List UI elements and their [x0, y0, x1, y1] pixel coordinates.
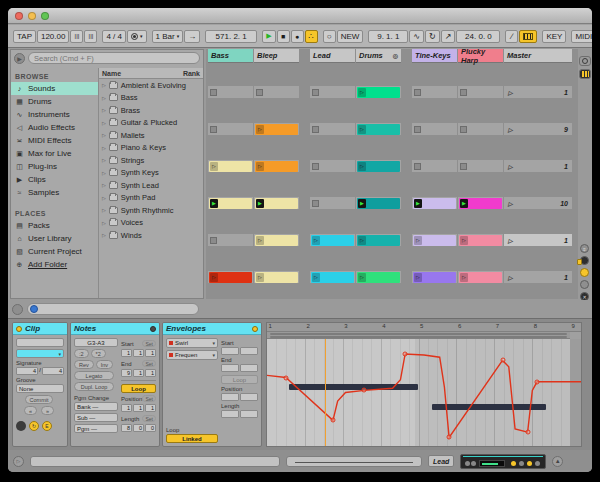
breakpoint-icon[interactable]: [330, 418, 335, 423]
env-start-field-1[interactable]: [221, 347, 239, 355]
sidebar-item-user-library[interactable]: ⌂User Library: [11, 232, 98, 245]
envelope-box-toggle[interactable]: E: [42, 421, 52, 431]
clip-slot[interactable]: ▷: [412, 271, 457, 283]
set-start-button[interactable]: Set: [142, 340, 156, 347]
clip-slot[interactable]: ▶: [254, 197, 299, 209]
rank-column-header[interactable]: Rank: [183, 70, 200, 77]
clip-slot[interactable]: [208, 86, 253, 98]
scene-slot[interactable]: ▷1: [504, 160, 572, 172]
loop-switch[interactable]: Loop: [121, 384, 156, 393]
sidebar-item-audio-effects[interactable]: ◁Audio Effects: [11, 121, 98, 134]
bank-select[interactable]: Bank —: [74, 402, 118, 411]
sidebar-item-plug-ins[interactable]: ◫Plug-ins: [11, 160, 98, 173]
clip-slot[interactable]: [310, 197, 355, 209]
playhead-follow-icon[interactable]: ▷: [13, 456, 24, 467]
clip-overview-bar[interactable]: [30, 456, 280, 467]
launch-box-toggle[interactable]: [16, 421, 26, 431]
env-start-field-2[interactable]: [240, 347, 258, 355]
position-bar-field[interactable]: 1: [121, 404, 132, 412]
clip-slot[interactable]: [310, 123, 355, 135]
sidebar-item-packs[interactable]: ▤Packs: [11, 219, 98, 232]
loop-button[interactable]: ↻: [425, 30, 440, 43]
env-length-field-2[interactable]: [240, 410, 258, 418]
track-header-master[interactable]: Master: [504, 49, 572, 63]
clip-slot[interactable]: ▶: [208, 197, 253, 209]
clip-slot[interactable]: ▷: [310, 234, 355, 246]
computer-midi-keyboard-button[interactable]: [519, 30, 537, 43]
selected-track-chip[interactable]: Lead: [428, 455, 454, 467]
punch-in-button[interactable]: ∿: [409, 30, 424, 43]
show-returns-toggle[interactable]: [580, 268, 589, 277]
sidebar-item-instruments[interactable]: ∿Instruments: [11, 108, 98, 121]
clip-slot[interactable]: ▷: [254, 123, 299, 135]
clip-slot[interactable]: ▷: [356, 86, 401, 98]
folder-row-bass[interactable]: ▷Bass: [99, 92, 203, 105]
start-beat-field[interactable]: 1: [133, 349, 144, 357]
envelopes-fold-icon[interactable]: [252, 326, 258, 332]
start-bar-field[interactable]: 1: [121, 349, 132, 357]
clip-slot[interactable]: [254, 86, 299, 98]
envelope-device-chooser[interactable]: Swirl▾: [166, 338, 218, 348]
arrangement-view-selector-button[interactable]: [579, 69, 591, 79]
clip-slot[interactable]: [310, 86, 355, 98]
folder-row-winds[interactable]: ▷Winds: [99, 229, 203, 242]
sidebar-item-sounds[interactable]: ♪Sounds: [11, 82, 98, 95]
breakpoint-icon[interactable]: [362, 388, 367, 393]
folder-row-synth-keys[interactable]: ▷Synth Keys: [99, 167, 203, 180]
envelope-param-chooser[interactable]: Frequen▾: [166, 350, 218, 360]
end-sub-field[interactable]: 1: [145, 369, 156, 377]
folder-row-strings[interactable]: ▷Strings: [99, 154, 203, 167]
device-chain-mini[interactable]: [460, 454, 546, 469]
sidebar-item-max-for-live[interactable]: ▣Max for Live: [11, 147, 98, 160]
invert-button[interactable]: Inv: [96, 360, 113, 369]
clip-slot[interactable]: ▶: [458, 197, 503, 209]
follow-button[interactable]: →: [184, 30, 200, 43]
duplicate-loop-button[interactable]: Dupl. Loop: [74, 382, 114, 391]
folder-row-piano-keys[interactable]: ▷Piano & Keys: [99, 142, 203, 155]
set-length-button[interactable]: Set: [142, 415, 156, 422]
draw-mode-button[interactable]: ∕: [505, 30, 518, 43]
name-column-header[interactable]: Name: [102, 70, 121, 77]
breakpoint-icon[interactable]: [535, 379, 540, 384]
show-sends-toggle[interactable]: [580, 256, 589, 265]
notes-fold-icon[interactable]: [150, 326, 156, 332]
env-end-field-1[interactable]: [221, 364, 239, 372]
position-beat-field[interactable]: 1: [133, 404, 144, 412]
clip-slot[interactable]: [412, 123, 457, 135]
clip-slot[interactable]: [310, 160, 355, 172]
pgm-select[interactable]: Pgm —: [74, 424, 118, 433]
loop-start-display[interactable]: 9. 1. 1: [368, 30, 408, 43]
folder-row-synth-rhythmic[interactable]: ▷Synth Rhythmic: [99, 204, 203, 217]
folder-row-mallets[interactable]: ▷Mallets: [99, 129, 203, 142]
clip-slot[interactable]: [208, 123, 253, 135]
clip-slot[interactable]: ▷: [254, 271, 299, 283]
set-end-button[interactable]: Set: [142, 360, 156, 367]
scene-slot[interactable]: ▷1: [504, 234, 572, 246]
note-range-display[interactable]: G3-A3: [74, 338, 118, 347]
envelope-editor[interactable]: 123456789 1/4: [266, 322, 582, 447]
metronome-button[interactable]: ▾: [127, 30, 147, 43]
breakpoint-icon[interactable]: [525, 430, 530, 435]
quantization-menu[interactable]: 1 Bar▾: [152, 30, 184, 43]
sidebar-item-drums[interactable]: ▦Drums: [11, 95, 98, 108]
sidebar-item-add-folder[interactable]: ⊕Add Folder: [11, 258, 98, 271]
breakpoint-icon[interactable]: [447, 435, 452, 440]
length-bar-field[interactable]: 8: [121, 424, 132, 432]
folder-row-guitar-plucked[interactable]: ▷Guitar & Plucked: [99, 117, 203, 130]
scene-slot[interactable]: ▷9: [504, 123, 572, 135]
legato-button[interactable]: Legato: [74, 371, 114, 380]
play-button[interactable]: ▶: [262, 30, 275, 43]
info-field[interactable]: [27, 303, 199, 315]
double-time-button[interactable]: *2: [91, 349, 106, 358]
midi-map-button[interactable]: MIDI: [571, 30, 592, 43]
envelope-overview-bar[interactable]: [286, 456, 422, 467]
end-beat-field[interactable]: 1: [133, 369, 144, 377]
show-hide-clipview-button[interactable]: ▲: [552, 456, 563, 467]
env-length-field-1[interactable]: [221, 410, 239, 418]
track-header-plucky-harp[interactable]: Plucky Harp: [458, 49, 503, 63]
nudge-down-button[interactable]: |||: [70, 30, 83, 43]
clip-slot[interactable]: ▷: [412, 234, 457, 246]
arrangement-position-display[interactable]: 571. 2. 1: [205, 30, 257, 43]
start-sub-field[interactable]: 1: [145, 349, 156, 357]
sidebar-item-samples[interactable]: ≈Samples: [11, 186, 98, 199]
